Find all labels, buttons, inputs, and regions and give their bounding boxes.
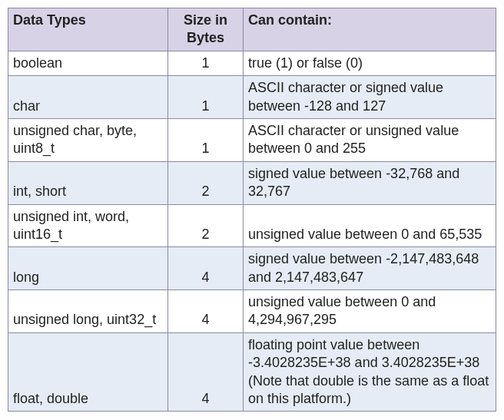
table-row: long 4 signed value between -2,147,483,6… — [8, 247, 496, 290]
cell-desc: ASCII character or unsigned value betwee… — [244, 118, 496, 161]
header-can-contain: Can contain: — [244, 8, 496, 51]
cell-desc: floating point value between -3.4028235E… — [244, 332, 496, 412]
cell-type: long — [8, 247, 168, 290]
table-row: unsigned int, word, uint16_t 2 unsigned … — [8, 204, 496, 247]
cell-size: 1 — [168, 51, 244, 75]
table-row: float, double 4 floating point value bet… — [8, 332, 496, 412]
cell-desc: true (1) or false (0) — [244, 51, 496, 75]
table-row: unsigned long, uint32_t 4 unsigned value… — [8, 290, 496, 333]
cell-type: float, double — [8, 332, 168, 412]
cell-size: 2 — [168, 204, 244, 247]
cell-size: 2 — [168, 161, 244, 204]
data-types-table: Data Types Size in Bytes Can contain: bo… — [8, 8, 496, 412]
cell-type: unsigned char, byte, uint8_t — [8, 118, 168, 161]
header-data-types: Data Types — [8, 8, 168, 51]
cell-desc: unsigned value between 0 and 65,535 — [244, 204, 496, 247]
cell-size: 4 — [168, 290, 244, 333]
table-row: unsigned char, byte, uint8_t 1 ASCII cha… — [8, 118, 496, 161]
cell-size: 1 — [168, 118, 244, 161]
cell-type: int, short — [8, 161, 168, 204]
header-size: Size in Bytes — [168, 8, 244, 51]
cell-type: unsigned long, uint32_t — [8, 290, 168, 333]
cell-type: char — [8, 76, 168, 119]
cell-desc: unsigned value between 0 and 4,294,967,2… — [244, 290, 496, 333]
table-header-row: Data Types Size in Bytes Can contain: — [8, 8, 496, 51]
cell-desc: signed value between -2,147,483,648 and … — [244, 247, 496, 290]
table-row: char 1 ASCII character or signed value b… — [8, 76, 496, 119]
cell-size: 4 — [168, 247, 244, 290]
cell-desc: ASCII character or signed value between … — [244, 76, 496, 119]
cell-desc: signed value between -32,768 and 32,767 — [244, 161, 496, 204]
cell-size: 1 — [168, 76, 244, 119]
cell-size: 4 — [168, 332, 244, 412]
cell-type: boolean — [8, 51, 168, 75]
cell-type: unsigned int, word, uint16_t — [8, 204, 168, 247]
table-row: int, short 2 signed value between -32,76… — [8, 161, 496, 204]
table-row: boolean 1 true (1) or false (0) — [8, 51, 496, 75]
